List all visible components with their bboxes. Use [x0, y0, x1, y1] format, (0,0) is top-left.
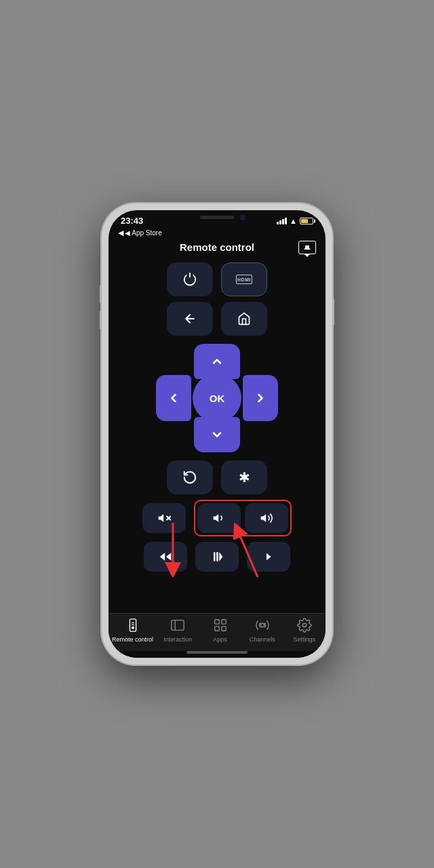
home-indicator	[186, 651, 248, 654]
page-title: Remote control	[180, 241, 254, 253]
chevron-left-icon	[167, 391, 180, 405]
forward-button[interactable]	[247, 542, 290, 572]
back-arrow-icon: ◀	[118, 229, 123, 237]
svg-marker-4	[261, 514, 267, 522]
airplay-icon	[304, 245, 311, 250]
svg-marker-6	[166, 553, 172, 561]
channels-icon	[255, 618, 270, 635]
back-nav[interactable]: ◀ ◀ App Store	[108, 227, 326, 239]
volume-down-icon	[212, 511, 226, 525]
play-pause-icon	[210, 550, 224, 564]
power-icon	[182, 272, 197, 287]
svg-marker-3	[214, 514, 219, 522]
options-button[interactable]: ✱	[221, 460, 267, 494]
signal-icon	[277, 218, 287, 224]
phone-frame: 23:43 ▲ ◀ ◀ App Store Remote control	[102, 203, 332, 665]
home-indicator-bar	[108, 651, 326, 658]
svg-point-26	[302, 623, 307, 627]
back-icon	[183, 312, 197, 326]
volume-up-button[interactable]	[245, 503, 288, 533]
back-label: ◀ App Store	[125, 229, 162, 237]
hdmi-button[interactable]: HDMI	[221, 262, 267, 296]
svg-marker-5	[160, 553, 165, 561]
rewind-button[interactable]	[144, 542, 187, 572]
svg-marker-10	[267, 553, 271, 561]
battery-fill	[301, 219, 308, 223]
svg-marker-9	[219, 552, 222, 561]
svg-rect-24	[221, 627, 225, 631]
volume-up-icon	[260, 511, 273, 525]
play-pause-button[interactable]	[195, 542, 239, 572]
svg-point-25	[260, 623, 264, 627]
forward-icon	[262, 551, 275, 563]
status-icons: ▲	[277, 217, 313, 225]
row-playback	[144, 542, 290, 572]
airplay-button[interactable]	[298, 241, 316, 254]
time: 23:43	[121, 216, 143, 226]
ok-label: OK	[210, 393, 225, 404]
volume-highlight-box	[194, 500, 292, 536]
dpad-left-button[interactable]	[156, 375, 191, 421]
remote-control-area: HDMI	[108, 256, 326, 613]
chevron-right-icon	[254, 391, 267, 405]
row-power-hdmi: HDMI	[167, 262, 267, 296]
replay-button[interactable]	[167, 460, 213, 494]
notch	[176, 210, 258, 225]
dpad-right-button[interactable]	[243, 375, 278, 421]
battery-icon	[300, 218, 313, 224]
tab-apps[interactable]: Apps	[203, 618, 238, 643]
speaker	[200, 216, 234, 219]
power-button[interactable]	[167, 262, 213, 296]
tab-bar: Remote control Interaction	[108, 613, 326, 651]
wifi-icon: ▲	[290, 217, 297, 225]
mute-button[interactable]	[142, 503, 186, 533]
settings-icon	[297, 618, 312, 635]
svg-rect-22	[221, 620, 225, 624]
tab-remote-control[interactable]: Remote control	[112, 618, 153, 643]
apps-icon	[213, 618, 228, 635]
tab-remote-label: Remote control	[112, 636, 153, 643]
tab-interaction[interactable]: Interaction	[160, 618, 195, 643]
svg-rect-21	[214, 620, 218, 624]
tab-channels-label: Channels	[250, 636, 275, 643]
svg-rect-8	[216, 552, 218, 561]
chevron-down-icon	[210, 428, 224, 441]
replay-icon	[182, 470, 197, 485]
hdmi-icon: HDMI	[236, 275, 252, 284]
power-button[interactable]	[332, 298, 334, 326]
tab-settings-label: Settings	[294, 636, 316, 643]
row-replay-options: ✱	[167, 460, 267, 494]
svg-rect-15	[130, 619, 136, 631]
ok-button[interactable]: OK	[193, 374, 241, 422]
svg-rect-19	[172, 620, 184, 631]
options-icon: ✱	[239, 469, 250, 486]
tab-interaction-label: Interaction	[163, 636, 192, 643]
screen: 23:43 ▲ ◀ ◀ App Store Remote control	[108, 210, 326, 658]
interaction-icon	[170, 618, 185, 635]
volume-down-button[interactable]	[100, 311, 102, 330]
remote-icon	[125, 618, 140, 635]
home-icon	[237, 312, 251, 326]
tab-channels[interactable]: Channels	[245, 618, 280, 643]
back-button[interactable]	[167, 302, 213, 336]
volume-down-button[interactable]	[197, 503, 241, 533]
row-volume	[142, 500, 292, 536]
rewind-icon	[159, 550, 172, 564]
svg-point-16	[132, 627, 134, 629]
tab-apps-label: Apps	[213, 636, 227, 643]
row-back-home	[167, 302, 267, 336]
svg-rect-23	[214, 627, 218, 631]
mute-icon	[157, 511, 171, 525]
svg-rect-7	[214, 552, 216, 561]
camera	[240, 215, 245, 220]
home-button[interactable]	[221, 302, 267, 336]
tab-settings[interactable]: Settings	[287, 618, 322, 643]
volume-up-button[interactable]	[100, 285, 102, 304]
header: Remote control	[108, 239, 326, 256]
chevron-up-icon	[210, 355, 224, 368]
svg-marker-0	[159, 514, 164, 522]
dpad: OK	[156, 344, 278, 452]
